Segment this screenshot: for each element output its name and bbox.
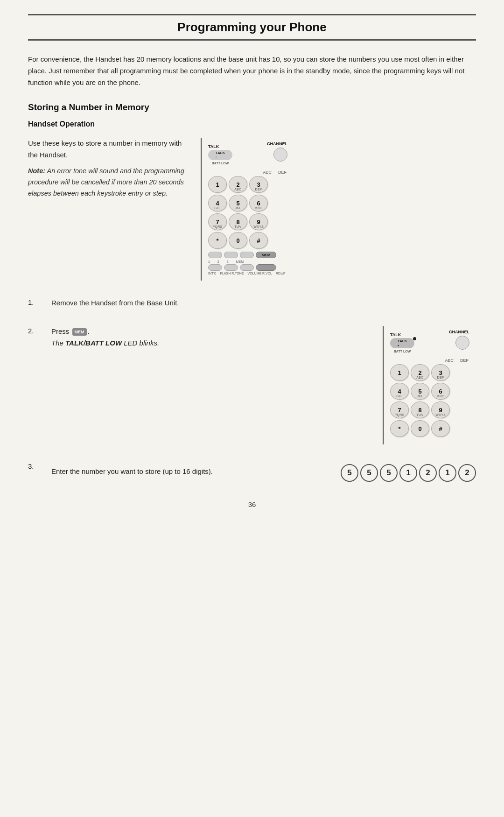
pd-label-3: 3 (227, 260, 229, 263)
digit-circles: 5 5 5 1 2 1 2 (341, 464, 476, 482)
pd-label-vol: VOLUME R.VOL (248, 272, 273, 275)
step-2-bold: TALK/BATT LOW (65, 339, 122, 347)
key-star: * (208, 232, 227, 249)
step-3-text: Enter the number you want to store (up t… (51, 466, 327, 478)
pd2-keys-grid: 1 2ABC 3DEF 4GHI 5JKL 6MNO 7PQRS 8TUV 9W… (390, 364, 469, 437)
section-title: Storing a Number in Memory (28, 102, 476, 113)
key-7: 7PQRS (208, 213, 227, 230)
handset-operation-row: Use these keys to store a number in memo… (28, 138, 476, 281)
step-2-press: Press (51, 327, 69, 335)
step-1-num: 1. (28, 297, 51, 306)
pd2-batt-low: BATT LOW (394, 350, 411, 353)
pd2-key-6: 6MNO (431, 383, 450, 400)
pd2-channel-col: CHANNEL (449, 330, 469, 350)
pd2-key-0: 0 (411, 420, 429, 437)
step-3-num: 3. (28, 461, 51, 470)
pd2-key-9: 9WXYZ (431, 401, 450, 418)
pd2-channel-label: CHANNEL (449, 330, 469, 334)
pd-abc-def-row: ABC DEF (208, 170, 287, 175)
pd-intc-btn (208, 264, 222, 271)
step-3-content-wrap: Enter the number you want to store (up t… (51, 461, 476, 482)
pd-btn-1 (208, 252, 222, 258)
page-title: Programming your Phone (28, 20, 476, 35)
pd-channel-btn (273, 148, 287, 162)
note-text: An error tone will sound and the program… (28, 167, 184, 197)
key-5: 5JKL (229, 195, 247, 211)
subsection-title: Handset Operation (28, 120, 476, 128)
phone-diagram-2: TALK TALK● BATT LOW CHANNEL ABC (383, 326, 476, 444)
pd2-talk-col: TALK TALK● BATT LOW (390, 332, 414, 348)
key-9: 9WXYZ (249, 213, 268, 230)
pd2-key-1: 1 (390, 364, 409, 381)
pd2-channel-btn (455, 336, 469, 350)
pd-flash-btn (224, 264, 238, 271)
pd-mem-btn: MEM (256, 252, 276, 258)
pd-bottom-labels: 1 2 3 MEM (208, 260, 287, 263)
phone-diagram-1: TALK TALK○ BATT LOW CHANNEL ABC DEF 1 2A… (201, 138, 294, 281)
intro-paragraph: For convenience, the Handset has 20 memo… (28, 54, 476, 88)
digit-5c: 5 (380, 464, 398, 482)
pd-label-intc: INT'C (208, 272, 217, 275)
abc-label: ABC (263, 170, 272, 175)
pd2-key-2: 2ABC (411, 364, 429, 381)
step-2-text: Press MEM. The TALK/BATT LOW LED blinks. (51, 326, 371, 349)
key-4: 4GHI (208, 195, 227, 211)
step-2-italic: The TALK/BATT LOW LED blinks. (51, 339, 159, 347)
pd2-def: DEF (460, 358, 469, 363)
digit-2: 2 (419, 464, 437, 482)
page-header: Programming your Phone (28, 14, 476, 41)
handset-op-text: Use these keys to store a number in memo… (28, 138, 187, 199)
pd2-key-3: 3DEF (431, 364, 450, 381)
steps-section: 1. Remove the Handset from the Base Unit… (28, 297, 476, 482)
pd-talk-col: TALK TALK○ BATT LOW (208, 144, 232, 160)
pd2-talk-text: TALK● (398, 339, 407, 347)
pd-btn-3 (240, 252, 254, 258)
channel-col: CHANNEL (267, 141, 287, 162)
pd-btn-2 (224, 252, 238, 258)
pd-func-labels: INT'C FLASH R.TONE VOLUME R.VOL RDL/P (208, 272, 287, 275)
page-number: 36 (28, 500, 476, 508)
step-2-period: . (88, 327, 90, 335)
pd2-key-hash: # (431, 420, 450, 437)
pd2-key-4: 4GHI (390, 383, 409, 400)
pd-talk-btn: TALK○ BATT LOW (208, 150, 232, 160)
batt-low-label: BATT LOW (212, 162, 229, 165)
note-block: Note: An error tone will sound and the p… (28, 166, 187, 199)
pd-label-1: 1 (208, 260, 210, 263)
pd2-key-5: 5JKL (411, 383, 429, 400)
pd-bottom-btns: MEM (208, 252, 287, 258)
pd2-key-star: * (390, 420, 409, 437)
pd-rdlp-btn (256, 264, 276, 271)
note-label: Note: (28, 167, 45, 175)
pd-func-row (208, 264, 287, 271)
def-label: DEF (278, 170, 287, 175)
channel-label: CHANNEL (267, 141, 287, 146)
pd2-key-7: 7PQRS (390, 401, 409, 418)
key-0: 0 (229, 232, 247, 249)
use-keys-text: Use these keys to store a number in memo… (28, 138, 187, 161)
digit-5a: 5 (341, 464, 358, 482)
pd2-abc: ABC (445, 358, 454, 363)
key-1: 1 (208, 176, 227, 193)
pd-top-section: TALK TALK○ BATT LOW CHANNEL (208, 142, 287, 162)
pd-label-rdlp: RDL/P (276, 272, 286, 275)
step-2-content-wrap: Press MEM. The TALK/BATT LOW LED blinks.… (51, 326, 476, 444)
pd-label-2: 2 (217, 260, 219, 263)
pd-label-mem: MEM (236, 260, 244, 263)
step-2-mem-badge: MEM (72, 328, 87, 336)
pd2-talk-label: TALK (390, 332, 401, 337)
step-1-row: 1. Remove the Handset from the Base Unit… (28, 297, 476, 309)
pd2-top-section: TALK TALK● BATT LOW CHANNEL (390, 331, 469, 350)
key-hash: # (249, 232, 268, 249)
talk-btn-text: TALK○ (216, 151, 225, 159)
step-2-row: 2. Press MEM. The TALK/BATT LOW LED blin… (28, 326, 476, 444)
digit-1: 1 (399, 464, 417, 482)
step-3-row: 3. Enter the number you want to store (u… (28, 461, 476, 482)
pd2-talk-btn: TALK● BATT LOW (390, 338, 414, 348)
pd-talk-label: TALK (208, 144, 219, 149)
pd2-key-8: 8TUV (411, 401, 429, 418)
pd2-abc-def: ABC DEF (390, 358, 469, 363)
pd-num-btns (208, 252, 254, 258)
digit-1b: 1 (439, 464, 456, 482)
key-8: 8TUV (229, 213, 247, 230)
